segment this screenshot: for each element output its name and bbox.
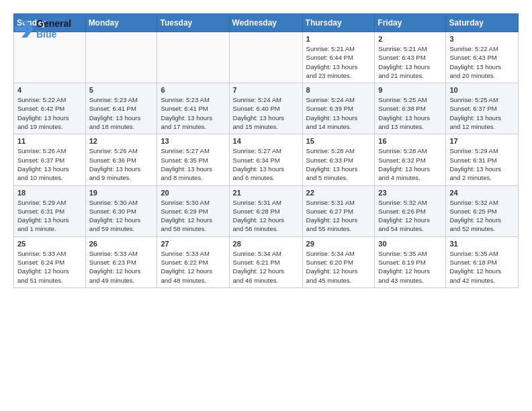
day-number: 27 [161, 240, 225, 248]
day-info: Sunrise: 5:25 AM Sunset: 6:37 PM Dayligh… [449, 95, 515, 131]
calendar-cell: 6Sunrise: 5:23 AM Sunset: 6:41 PM Daylig… [157, 83, 229, 134]
calendar-cell: 13Sunrise: 5:27 AM Sunset: 6:35 PM Dayli… [157, 134, 229, 185]
day-info: Sunrise: 5:24 AM Sunset: 6:40 PM Dayligh… [233, 95, 299, 131]
calendar-cell: 27Sunrise: 5:33 AM Sunset: 6:22 PM Dayli… [157, 236, 229, 287]
day-info: Sunrise: 5:28 AM Sunset: 6:33 PM Dayligh… [306, 146, 371, 182]
day-info: Sunrise: 5:33 AM Sunset: 6:22 PM Dayligh… [161, 249, 225, 285]
day-info: Sunrise: 5:27 AM Sunset: 6:34 PM Dayligh… [233, 146, 299, 182]
day-info: Sunrise: 5:23 AM Sunset: 6:41 PM Dayligh… [161, 95, 225, 131]
day-info: Sunrise: 5:29 AM Sunset: 6:31 PM Dayligh… [17, 198, 82, 234]
calendar-week-row: 18Sunrise: 5:29 AM Sunset: 6:31 PM Dayli… [14, 185, 519, 236]
day-number: 10 [449, 86, 515, 94]
day-number: 13 [161, 137, 225, 145]
day-info: Sunrise: 5:25 AM Sunset: 6:38 PM Dayligh… [378, 95, 442, 131]
calendar-cell: 15Sunrise: 5:28 AM Sunset: 6:33 PM Dayli… [302, 134, 375, 185]
day-number: 28 [233, 240, 299, 248]
day-number: 11 [17, 137, 82, 145]
day-number: 3 [449, 35, 515, 43]
weekday-header-saturday: Saturday [446, 14, 519, 32]
calendar-cell: 20Sunrise: 5:30 AM Sunset: 6:29 PM Dayli… [157, 185, 229, 236]
calendar-cell: 4Sunrise: 5:22 AM Sunset: 6:42 PM Daylig… [14, 83, 86, 134]
weekday-header-friday: Friday [375, 14, 446, 32]
weekday-header-wednesday: Wednesday [229, 14, 302, 32]
calendar-cell: 12Sunrise: 5:26 AM Sunset: 6:36 PM Dayli… [85, 134, 157, 185]
day-info: Sunrise: 5:34 AM Sunset: 6:21 PM Dayligh… [233, 249, 299, 285]
day-info: Sunrise: 5:31 AM Sunset: 6:27 PM Dayligh… [306, 198, 371, 234]
calendar-week-row: 11Sunrise: 5:26 AM Sunset: 6:37 PM Dayli… [14, 134, 519, 185]
day-info: Sunrise: 5:21 AM Sunset: 6:43 PM Dayligh… [378, 44, 442, 80]
day-info: Sunrise: 5:35 AM Sunset: 6:18 PM Dayligh… [449, 249, 515, 285]
day-number: 7 [233, 86, 299, 94]
weekday-header-thursday: Thursday [302, 14, 375, 32]
day-number: 29 [306, 240, 371, 248]
calendar-cell: 8Sunrise: 5:24 AM Sunset: 6:39 PM Daylig… [302, 83, 375, 134]
calendar-cell: 9Sunrise: 5:25 AM Sunset: 6:38 PM Daylig… [375, 83, 446, 134]
calendar-cell: 1Sunrise: 5:21 AM Sunset: 6:44 PM Daylig… [302, 32, 375, 83]
calendar-cell: 7Sunrise: 5:24 AM Sunset: 6:40 PM Daylig… [229, 83, 302, 134]
generalblue-logo: General Blue [15, 15, 95, 43]
day-number: 18 [17, 189, 82, 197]
calendar-cell: 23Sunrise: 5:32 AM Sunset: 6:26 PM Dayli… [375, 185, 446, 236]
day-info: Sunrise: 5:34 AM Sunset: 6:20 PM Dayligh… [306, 249, 371, 285]
calendar-cell: 30Sunrise: 5:35 AM Sunset: 6:19 PM Dayli… [375, 236, 446, 287]
day-number: 16 [378, 137, 442, 145]
day-info: Sunrise: 5:35 AM Sunset: 6:19 PM Dayligh… [378, 249, 442, 285]
day-number: 21 [233, 189, 299, 197]
weekday-header-monday: Monday [85, 14, 157, 32]
day-info: Sunrise: 5:24 AM Sunset: 6:39 PM Dayligh… [306, 95, 371, 131]
calendar-cell: 16Sunrise: 5:28 AM Sunset: 6:32 PM Dayli… [375, 134, 446, 185]
svg-rect-8 [15, 26, 27, 32]
day-number: 25 [17, 240, 82, 248]
svg-text:Blue: Blue [36, 29, 57, 40]
day-info: Sunrise: 5:27 AM Sunset: 6:35 PM Dayligh… [161, 146, 225, 182]
calendar-cell: 29Sunrise: 5:34 AM Sunset: 6:20 PM Dayli… [302, 236, 375, 287]
day-number: 23 [378, 189, 442, 197]
day-number: 12 [89, 137, 154, 145]
day-info: Sunrise: 5:22 AM Sunset: 6:43 PM Dayligh… [449, 44, 515, 80]
calendar-cell: 24Sunrise: 5:32 AM Sunset: 6:25 PM Dayli… [446, 185, 519, 236]
logo-proper: General Blue [15, 15, 95, 43]
weekday-header-tuesday: Tuesday [157, 14, 229, 32]
day-number: 31 [449, 240, 515, 248]
calendar-cell: 31Sunrise: 5:35 AM Sunset: 6:18 PM Dayli… [446, 236, 519, 287]
day-number: 22 [306, 189, 371, 197]
day-number: 1 [306, 35, 371, 43]
day-number: 2 [378, 35, 442, 43]
calendar-cell: 11Sunrise: 5:26 AM Sunset: 6:37 PM Dayli… [14, 134, 86, 185]
calendar-cell: 28Sunrise: 5:34 AM Sunset: 6:21 PM Dayli… [229, 236, 302, 287]
day-info: Sunrise: 5:23 AM Sunset: 6:41 PM Dayligh… [89, 95, 154, 131]
calendar-cell: 17Sunrise: 5:29 AM Sunset: 6:31 PM Dayli… [446, 134, 519, 185]
calendar-cell: 18Sunrise: 5:29 AM Sunset: 6:31 PM Dayli… [14, 185, 86, 236]
day-info: Sunrise: 5:32 AM Sunset: 6:26 PM Dayligh… [378, 198, 442, 234]
calendar-table: SundayMondayTuesdayWednesdayThursdayFrid… [13, 13, 519, 288]
day-info: Sunrise: 5:30 AM Sunset: 6:29 PM Dayligh… [161, 198, 225, 234]
day-number: 24 [449, 189, 515, 197]
calendar-cell: 10Sunrise: 5:25 AM Sunset: 6:37 PM Dayli… [446, 83, 519, 134]
calendar-cell: 25Sunrise: 5:33 AM Sunset: 6:24 PM Dayli… [14, 236, 86, 287]
day-info: Sunrise: 5:26 AM Sunset: 6:36 PM Dayligh… [89, 146, 154, 182]
day-info: Sunrise: 5:22 AM Sunset: 6:42 PM Dayligh… [17, 95, 82, 131]
day-info: Sunrise: 5:32 AM Sunset: 6:25 PM Dayligh… [449, 198, 515, 234]
day-number: 9 [378, 86, 442, 94]
day-number: 6 [161, 86, 225, 94]
calendar-body: 1Sunrise: 5:21 AM Sunset: 6:44 PM Daylig… [14, 32, 519, 288]
calendar-cell: 14Sunrise: 5:27 AM Sunset: 6:34 PM Dayli… [229, 134, 302, 185]
day-number: 4 [17, 86, 82, 94]
calendar-cell: 22Sunrise: 5:31 AM Sunset: 6:27 PM Dayli… [302, 185, 375, 236]
day-info: Sunrise: 5:30 AM Sunset: 6:30 PM Dayligh… [89, 198, 154, 234]
day-number: 5 [89, 86, 154, 94]
calendar-cell [157, 32, 229, 83]
calendar-cell [229, 32, 302, 83]
day-number: 8 [306, 86, 371, 94]
day-number: 19 [89, 189, 154, 197]
calendar-cell: 2Sunrise: 5:21 AM Sunset: 6:43 PM Daylig… [375, 32, 446, 83]
calendar-cell [85, 32, 157, 83]
day-number: 20 [161, 189, 225, 197]
day-info: Sunrise: 5:26 AM Sunset: 6:37 PM Dayligh… [17, 146, 82, 182]
day-info: Sunrise: 5:33 AM Sunset: 6:23 PM Dayligh… [89, 249, 154, 285]
calendar-cell: 19Sunrise: 5:30 AM Sunset: 6:30 PM Dayli… [85, 185, 157, 236]
day-number: 14 [233, 137, 299, 145]
day-info: Sunrise: 5:33 AM Sunset: 6:24 PM Dayligh… [17, 249, 82, 285]
calendar-week-row: 25Sunrise: 5:33 AM Sunset: 6:24 PM Dayli… [14, 236, 519, 287]
calendar-cell: 3Sunrise: 5:22 AM Sunset: 6:43 PM Daylig… [446, 32, 519, 83]
